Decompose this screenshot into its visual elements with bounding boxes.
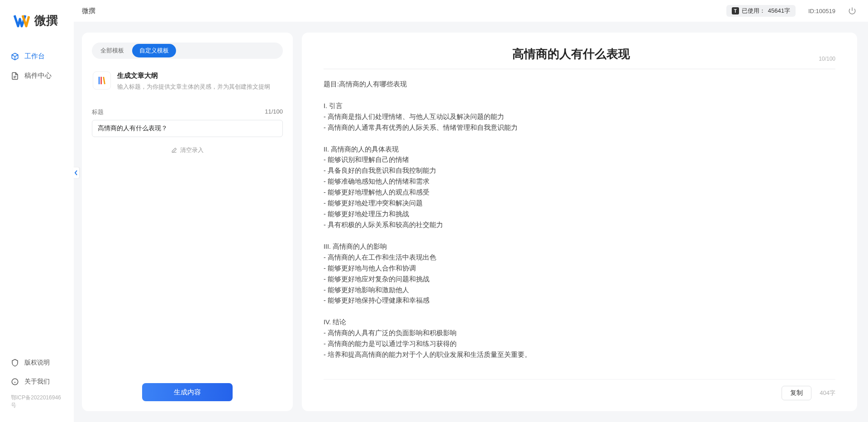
template-icon [93, 71, 111, 90]
sidebar-item-label: 关于我们 [24, 378, 50, 386]
title-field: 标题 11/100 [92, 108, 283, 137]
output-footer: 复制 404字 [324, 379, 835, 400]
clear-input-row[interactable]: 清空录入 [92, 146, 283, 154]
generate-footer: 生成内容 [92, 374, 283, 401]
logo-text: 微撰 [34, 13, 58, 28]
logo-icon [14, 14, 30, 28]
power-icon[interactable] [848, 7, 856, 15]
info-icon [11, 378, 19, 386]
clear-input-label: 清空录入 [180, 146, 204, 154]
right-panel: 高情商的人有什么表现 10/100 题目:高情商的人有哪些表现 I. 引言 - … [302, 33, 857, 411]
sidebar: 微撰 工作台 稿件中心 版权说明 关于我们 鄂ICP备2022016946号 [0, 0, 74, 422]
chevron-left-icon [74, 170, 78, 175]
sidebar-item-drafts[interactable]: 稿件中心 [0, 66, 74, 85]
user-id: ID:100519 [808, 8, 835, 14]
topbar-title: 微撰 [82, 7, 95, 15]
shield-icon [11, 359, 19, 367]
topbar-right: T 已使用：45641字 ID:100519 [726, 5, 856, 17]
sidebar-item-label: 工作台 [24, 52, 45, 61]
sidebar-item-copyright[interactable]: 版权说明 [0, 353, 74, 372]
workspace: 全部模板 自定义模板 生成文章大纲 输入标题，为你提供文章主体的灵感，并为其创建… [74, 22, 868, 422]
output-body[interactable]: 题目:高情商的人有哪些表现 I. 引言 - 高情商是指人们处理情绪、与他人互动以… [324, 79, 835, 379]
output-title-counter: 10/100 [819, 56, 835, 68]
template-name: 生成文章大纲 [117, 71, 282, 80]
usage-prefix: 已使用： [742, 7, 765, 15]
main: 微撰 T 已使用：45641字 ID:100519 全部模板 自定义模板 [74, 0, 868, 422]
output-title[interactable]: 高情商的人有什么表现 [324, 46, 819, 68]
tab-all-templates[interactable]: 全部模板 [93, 44, 131, 57]
template-info: 生成文章大纲 输入标题，为你提供文章主体的灵感，并为其创建推文提纲 [117, 71, 282, 91]
divider [324, 69, 835, 69]
collapse-handle[interactable] [73, 167, 79, 178]
output-word-count: 404字 [820, 389, 835, 397]
cube-icon [11, 52, 19, 61]
topbar: 微撰 T 已使用：45641字 ID:100519 [74, 0, 868, 22]
document-icon [11, 72, 19, 80]
title-field-label: 标题 [92, 108, 104, 116]
sidebar-bottom: 版权说明 关于我们 鄂ICP备2022016946号 [0, 353, 74, 422]
sidebar-item-label: 版权说明 [24, 359, 50, 367]
template-card: 生成文章大纲 输入标题，为你提供文章主体的灵感，并为其创建推文提纲 [92, 68, 283, 100]
icp-text: 鄂ICP备2022016946号 [0, 391, 74, 414]
title-field-header: 标题 11/100 [92, 108, 283, 116]
usage-value: 45641字 [768, 7, 790, 15]
tab-custom-templates[interactable]: 自定义模板 [132, 44, 176, 57]
generate-button[interactable]: 生成内容 [142, 383, 233, 401]
sidebar-item-about[interactable]: 关于我们 [0, 372, 74, 391]
sidebar-nav: 工作台 稿件中心 [0, 47, 74, 353]
edit-icon [171, 147, 177, 153]
title-input[interactable] [92, 120, 283, 137]
usage-badge[interactable]: T 已使用：45641字 [726, 5, 796, 17]
text-icon: T [732, 7, 739, 14]
left-panel: 全部模板 自定义模板 生成文章大纲 输入标题，为你提供文章主体的灵感，并为其创建… [82, 33, 293, 411]
title-field-counter: 11/100 [265, 108, 283, 116]
sidebar-item-label: 稿件中心 [24, 71, 52, 80]
logo: 微撰 [0, 13, 74, 47]
sidebar-item-workspace[interactable]: 工作台 [0, 47, 74, 66]
output-title-row: 高情商的人有什么表现 10/100 [324, 46, 835, 69]
template-tabs: 全部模板 自定义模板 [92, 43, 283, 59]
books-icon [97, 76, 107, 85]
template-desc: 输入标题，为你提供文章主体的灵感，并为其创建推文提纲 [117, 83, 282, 91]
copy-button[interactable]: 复制 [782, 386, 811, 400]
